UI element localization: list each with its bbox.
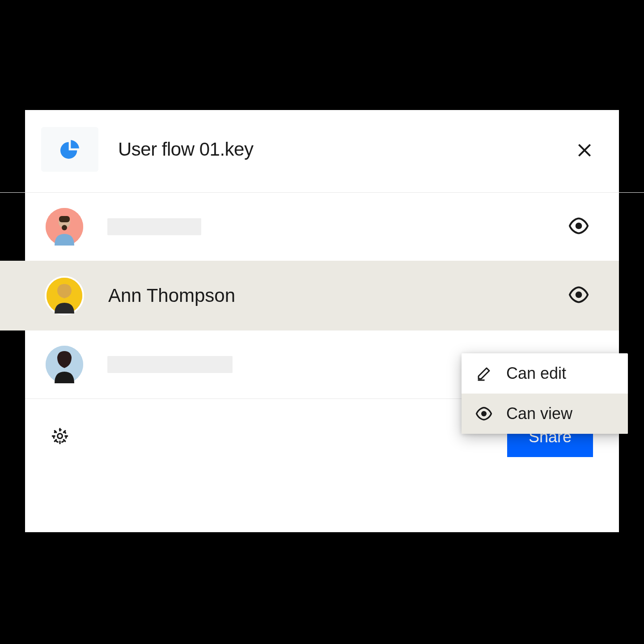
- eye-icon: [569, 285, 589, 305]
- top-black-region: [0, 0, 644, 110]
- avatar: [46, 208, 83, 246]
- dropdown-item-can-view[interactable]: Can view: [462, 394, 628, 434]
- gear-icon: [51, 427, 69, 445]
- dropdown-item-can-edit[interactable]: Can edit: [462, 353, 628, 394]
- settings-button[interactable]: [51, 427, 69, 447]
- eye-icon: [476, 406, 492, 422]
- permission-indicator[interactable]: [569, 216, 589, 237]
- file-icon-container: [41, 127, 98, 172]
- svg-rect-4: [59, 216, 70, 222]
- person-row[interactable]: [25, 193, 619, 261]
- svg-point-12: [58, 434, 63, 439]
- file-title: User flow 01.key: [118, 139, 253, 160]
- pie-chart-icon: [57, 137, 82, 162]
- person-row-selected[interactable]: Ann Thompson: [0, 261, 619, 330]
- modal-header: User flow 01.key: [25, 110, 619, 192]
- name-placeholder: [107, 356, 233, 373]
- close-button[interactable]: [576, 142, 593, 161]
- name-placeholder: [107, 218, 201, 235]
- permission-indicator[interactable]: [569, 285, 589, 306]
- person-name: Ann Thompson: [108, 285, 235, 306]
- bottom-black-region: [0, 532, 644, 644]
- dropdown-label: Can view: [506, 404, 572, 423]
- permission-dropdown: Can edit Can view: [462, 353, 628, 434]
- dropdown-label: Can edit: [506, 364, 566, 383]
- pencil-icon: [476, 365, 492, 381]
- avatar: [46, 346, 83, 383]
- eye-icon: [569, 216, 589, 236]
- svg-point-15: [481, 411, 487, 416]
- svg-point-9: [576, 292, 582, 298]
- close-icon: [576, 142, 593, 159]
- svg-point-5: [62, 225, 67, 230]
- svg-point-6: [576, 223, 582, 229]
- avatar: [45, 276, 84, 315]
